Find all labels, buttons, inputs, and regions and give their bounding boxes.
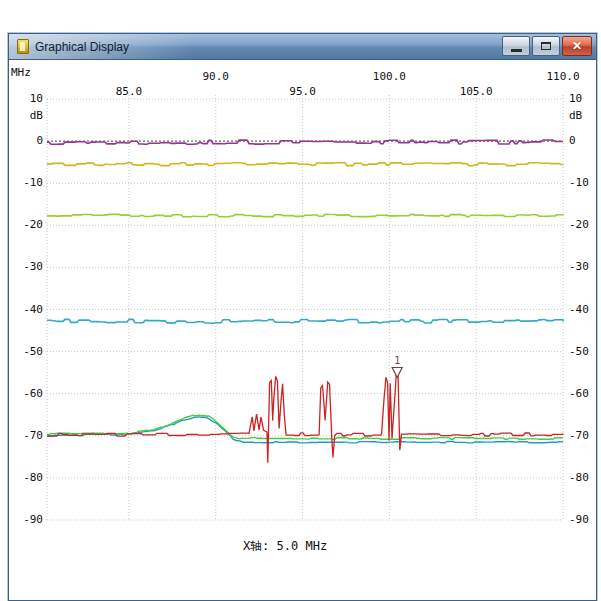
close-icon: ✕ [572,39,582,53]
y-tick-label-left: -80 [13,471,43,484]
trace-cyan [47,319,563,323]
y-axis-unit-label-right: dB [569,109,582,122]
window-title: Graphical Display [35,40,129,54]
y-tick-label-left: -30 [13,260,43,273]
x-tick-label: 100.0 [373,70,406,83]
close-button[interactable]: ✕ [562,36,592,56]
minimize-button[interactable] [502,36,530,56]
y-tick-label-right: 0 [569,134,599,147]
x-tick-label: 85.0 [116,85,143,98]
x-tick-label: 110.0 [546,70,579,83]
y-tick-label-right: -10 [569,176,599,189]
maximize-icon [541,42,551,50]
trace-gold [47,163,563,166]
y-tick-label-right: -70 [569,429,599,442]
y-tick-label-right: -30 [569,260,599,273]
app-icon [17,39,29,54]
y-tick-label-right: -20 [569,218,599,231]
y-tick-label-right: -90 [569,513,599,526]
chart-area: MHz dB dB 85.090.095.0100.0105.0110.0 10… [9,60,596,600]
y-tick-label-right: -80 [569,471,599,484]
x-axis-span-label: X轴: 5.0 MHz [175,538,395,555]
marker-triangle-icon [392,367,402,377]
x-tick-label: 105.0 [460,85,493,98]
y-tick-label-left: 0 [13,134,43,147]
marker-label: 1 [394,355,400,366]
spectrum-plot: 1 [47,99,564,521]
y-tick-label-right: -40 [569,303,599,316]
y-axis-unit-label-left: dB [13,109,43,122]
trace-yellowgreen [47,214,563,216]
x-tick-label: 95.0 [289,85,316,98]
y-tick-label-right: -50 [569,345,599,358]
y-tick-label-left: -20 [13,218,43,231]
minimize-icon [511,49,522,52]
x-axis-unit-label: MHz [11,66,31,79]
maximize-button[interactable] [532,36,560,56]
y-tick-label-left: -10 [13,176,43,189]
y-tick-label-left: 10 [13,92,43,105]
y-tick-label-left: -90 [13,513,43,526]
y-tick-label-left: -50 [13,345,43,358]
window-controls: ✕ [502,36,592,56]
trace-red [47,373,563,463]
x-tick-label: 90.0 [203,70,230,83]
y-tick-label-left: -40 [13,303,43,316]
y-tick-label-left: -60 [13,387,43,400]
graphical-display-window: Graphical Display ✕ MHz dB dB 85.090.095… [8,33,597,601]
y-tick-label-right: 10 [569,92,599,105]
y-tick-label-right: -60 [569,387,599,400]
y-tick-label-left: -70 [13,429,43,442]
title-bar[interactable]: Graphical Display ✕ [9,34,596,60]
